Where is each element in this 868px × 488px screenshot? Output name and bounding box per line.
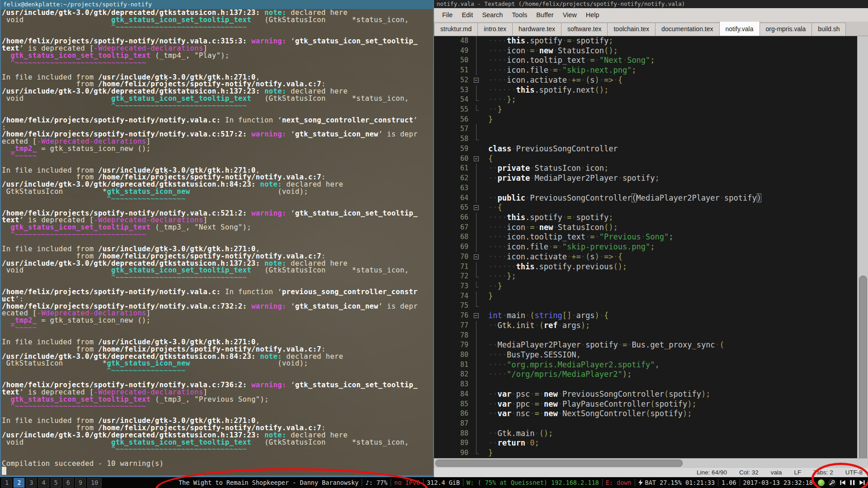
code-line[interactable]: 55··} xyxy=(434,105,857,115)
code-line[interactable]: 63 xyxy=(434,183,857,193)
menu-item-file[interactable]: File xyxy=(438,8,457,22)
code-line[interactable]: 77··Gtk.init·(ref·args); xyxy=(434,321,857,331)
previous-track-icon[interactable] xyxy=(840,479,846,486)
fold-collapse-icon[interactable] xyxy=(471,311,482,321)
code-line[interactable]: 52····icon.activate·+=·(s)·=>·{ xyxy=(434,75,857,85)
horizontal-scrollbar-thumb[interactable] xyxy=(435,460,683,467)
code-line[interactable]: 61··private·StatusIcon·icon; xyxy=(434,164,857,174)
menu-item-edit[interactable]: Edit xyxy=(457,8,477,22)
fold-collapse-icon[interactable] xyxy=(471,252,482,262)
tab-notify.vala[interactable]: notify.vala xyxy=(719,22,760,36)
code-line[interactable]: 59class·PreviousSongController xyxy=(434,144,857,154)
code-line[interactable]: 85··var·ppc·=·new·PlayPauseController(sp… xyxy=(434,399,857,409)
code-line[interactable]: 89··return·0; xyxy=(434,438,857,448)
code-line[interactable]: 71······this.spotify.previous(); xyxy=(434,262,857,272)
tab-build.sh[interactable]: build.sh xyxy=(811,23,846,36)
line-number: 56 xyxy=(434,115,471,125)
vertical-scrollbar[interactable] xyxy=(857,36,868,458)
tab-toolchain.tex[interactable]: toolchain.tex xyxy=(607,23,656,36)
code-line[interactable]: 66····this.spotify·=·spotify; xyxy=(434,213,857,223)
code-line[interactable]: 72····}; xyxy=(434,272,857,282)
code-line[interactable]: 87 xyxy=(434,419,857,429)
tab-software.tex[interactable]: software.tex xyxy=(561,23,608,36)
fold-margin xyxy=(471,223,482,233)
code-line[interactable]: 54····}; xyxy=(434,95,857,105)
code-line[interactable]: 53······this.spotify.next(); xyxy=(434,85,857,95)
workspace-button-3[interactable]: 3 xyxy=(26,478,37,488)
horizontal-scrollbar[interactable] xyxy=(434,458,868,467)
code-line[interactable]: 56} xyxy=(434,115,857,125)
code-line[interactable]: 69····icon.file·=·"skip-previous.png"; xyxy=(434,242,857,252)
steam-icon[interactable] xyxy=(828,479,836,487)
workspace-button-10[interactable]: 10 xyxy=(87,478,102,488)
menu-item-help[interactable]: Help xyxy=(581,8,604,22)
line-number: 51 xyxy=(434,66,471,75)
code-line[interactable]: 81····"org.mpris.MediaPlayer2.spotify", xyxy=(434,360,857,370)
green-status-icon[interactable] xyxy=(818,479,825,486)
fold-margin xyxy=(471,272,482,282)
menu-item-buffer[interactable]: Buffer xyxy=(532,8,558,22)
disk-free: 312.4 GiB xyxy=(423,479,463,486)
menu-item-view[interactable]: View xyxy=(558,8,581,22)
code-line[interactable]: 64··public·PreviousSongController(MediaP… xyxy=(434,193,857,203)
code-area[interactable]: 48····this.spotify·=·spotify;49····icon·… xyxy=(434,36,857,458)
code-text: ····icon.tooltip_text·=·"Next·Song"; xyxy=(482,56,655,66)
workspace-button-4[interactable]: 4 xyxy=(38,478,49,488)
workspace-button-2[interactable]: 2 xyxy=(14,478,24,488)
code-text: ····icon·=·new·StatusIcon(); xyxy=(482,46,618,56)
line-number: 65 xyxy=(434,203,471,213)
menu-item-tools[interactable]: Tools xyxy=(507,8,532,22)
code-line[interactable]: 76int·main·(string[]·args)·{ xyxy=(434,311,857,321)
code-line[interactable]: 73··} xyxy=(434,282,857,291)
workspace-button-9[interactable]: 9 xyxy=(75,478,86,488)
tab-org-mpris.vala[interactable]: org-mpris.vala xyxy=(760,23,812,36)
code-line[interactable]: 51····icon.file·=·"skip-next.png"; xyxy=(434,66,857,75)
fold-collapse-icon[interactable] xyxy=(471,203,482,213)
menu-item-search[interactable]: Search xyxy=(477,8,507,22)
code-line[interactable]: 79··MediaPlayer2Player·spotify·=·Bus.get… xyxy=(434,340,857,350)
code-line[interactable]: 75 xyxy=(434,301,857,311)
ethernet-status: E: down xyxy=(602,479,635,486)
code-line[interactable]: 60{ xyxy=(434,154,857,164)
code-line[interactable]: 49····icon·=·new·StatusIcon(); xyxy=(434,46,857,56)
line-number: 78 xyxy=(434,331,471,341)
code-line[interactable]: 50····icon.tooltip_text·=·"Next·Song"; xyxy=(434,56,857,66)
code-line[interactable]: 67····icon·=·new·StatusIcon(); xyxy=(434,223,857,233)
tab-struktur.md[interactable]: struktur.md xyxy=(434,23,478,36)
fold-collapse-icon[interactable] xyxy=(471,154,482,164)
fold-collapse-icon[interactable] xyxy=(471,75,482,85)
editor-titlebar[interactable]: notify.vala - Textadept (/home/felix/pro… xyxy=(434,0,868,8)
pause-icon[interactable] xyxy=(849,479,855,486)
code-line[interactable]: 83 xyxy=(434,380,857,389)
terminal-titlebar[interactable]: felix@denkplatte:~/projects/spotify-noti… xyxy=(1,0,433,9)
workspace-button-6[interactable]: 6 xyxy=(63,478,74,488)
workspace-button-1[interactable]: 1 xyxy=(1,478,12,488)
terminal-output[interactable]: /usr/include/gtk-3.0/gtk/deprecated/gtks… xyxy=(1,9,433,475)
code-line[interactable]: 62··private·MediaPlayer2Player·spotify; xyxy=(434,174,857,183)
code-text xyxy=(482,183,488,193)
code-line[interactable]: 78 xyxy=(434,331,857,341)
terminal-line: ^~~~~~~~~~~~~~~~~~~~~~~~~~~~~~~ xyxy=(2,446,433,453)
tab-intro.tex[interactable]: intro.tex xyxy=(477,23,513,36)
tab-documentation.tex[interactable]: documentation.tex xyxy=(655,23,719,36)
vertical-scrollbar-thumb[interactable] xyxy=(859,276,867,461)
workspace-button-5[interactable]: 5 xyxy=(51,478,61,488)
code-line[interactable]: 48····this.spotify·=·spotify; xyxy=(434,36,857,46)
code-line[interactable]: 88··Gtk.main·(); xyxy=(434,429,857,439)
code-line[interactable]: 84··var·psc·=·new·PreviousSongController… xyxy=(434,389,857,399)
fold-margin xyxy=(471,262,482,272)
code-line[interactable]: 57 xyxy=(434,124,857,134)
tab-hardware.tex[interactable]: hardware.tex xyxy=(512,23,561,36)
code-line[interactable]: 74} xyxy=(434,291,857,301)
code-line[interactable]: 90} xyxy=(434,448,857,458)
code-line[interactable]: 80····BusType.SESSION, xyxy=(434,350,857,360)
code-line[interactable]: 58 xyxy=(434,134,857,144)
code-line[interactable]: 65··{ xyxy=(434,203,857,213)
workspace-buttons: 123456910 xyxy=(0,478,102,488)
line-number: 79 xyxy=(434,340,471,350)
next-track-icon[interactable] xyxy=(859,479,865,486)
code-line[interactable]: 68····icon.tooltip_text·=·"Previous·Song… xyxy=(434,232,857,242)
code-line[interactable]: 70····icon.activate·+=·(s)·=>·{ xyxy=(434,252,857,262)
code-line[interactable]: 86··var·nsc·=·new·NextSongController(spo… xyxy=(434,409,857,419)
code-line[interactable]: 82····"/org/mpris/MediaPlayer2"); xyxy=(434,370,857,380)
